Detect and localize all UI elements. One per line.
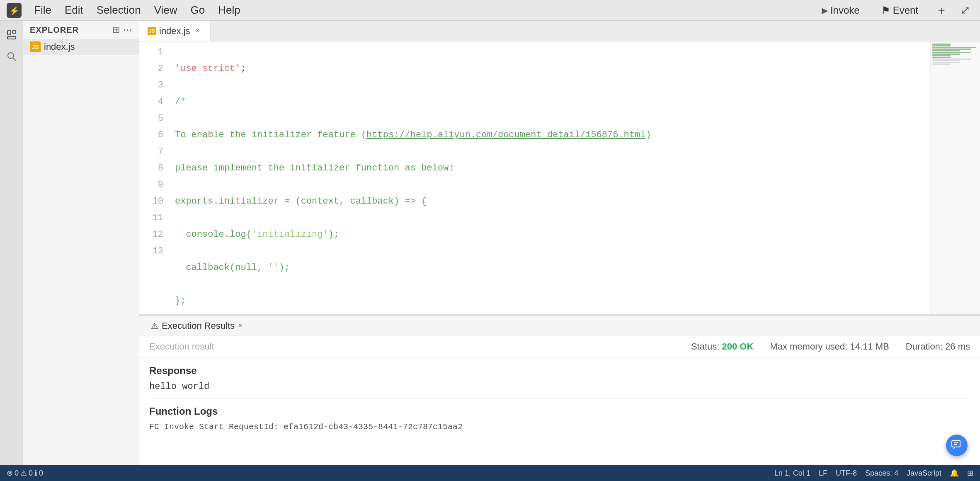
code-line-2: /*: [175, 94, 930, 110]
editor-content[interactable]: 1 2 3 4 5 6 7 8 9 10 11 12 13 'use stric…: [139, 41, 980, 314]
exec-memory: Max memory used: 14.11 MB: [770, 341, 889, 352]
tab-file-icon: JS: [148, 27, 156, 35]
titlebar-right: ▶ Invoke ⚑ Event ＋ ⤢: [814, 1, 973, 20]
code-editor[interactable]: 'use strict'; /* To enable the initializ…: [168, 41, 930, 314]
titlebar: ⚡ File Edit Selection View Go Help ▶ Inv…: [0, 0, 980, 21]
logs-title: Function Logs: [149, 406, 970, 417]
event-button[interactable]: ⚑ Event: [874, 2, 926, 19]
play-icon: ▶: [822, 5, 828, 15]
svg-rect-7: [952, 440, 960, 447]
menu-view[interactable]: View: [148, 2, 183, 18]
activity-search[interactable]: [2, 47, 21, 66]
status-indent[interactable]: Spaces: 4: [865, 469, 898, 478]
logs-section: Function Logs FC Invoke Start RequestId:…: [139, 399, 980, 438]
sidebar-icons: ⊞ ⋯: [112, 24, 132, 35]
invoke-button[interactable]: ▶ Invoke: [814, 2, 867, 19]
minimap: [930, 41, 980, 314]
tab-indexjs[interactable]: JS index.js ×: [139, 21, 211, 41]
activity-bar: [0, 21, 23, 465]
menu-go[interactable]: Go: [185, 2, 211, 18]
svg-rect-2: [7, 31, 11, 35]
menu-help[interactable]: Help: [212, 2, 246, 18]
status-cursor[interactable]: Ln 1, Col 1: [774, 469, 810, 478]
bottom-panel: ⚠ Execution Results × Execution result S…: [139, 316, 980, 465]
svg-rect-3: [12, 31, 16, 33]
new-file-icon[interactable]: ⊞: [112, 24, 120, 35]
panel-tab-execution[interactable]: ⚠ Execution Results ×: [144, 316, 249, 335]
status-encoding[interactable]: LF: [819, 469, 827, 478]
warning-icon: ⚠: [20, 469, 27, 478]
panel-content: Execution result Status: 200 OK Max memo…: [139, 335, 980, 465]
response-section: Response hello world: [139, 358, 980, 398]
status-bar: ⊗ 0 ⚠ 0 ℹ 0 Ln 1, Col 1 LF UTF-8 Spaces:…: [0, 465, 980, 481]
response-value: hello world: [149, 381, 970, 392]
line-numbers: 1 2 3 4 5 6 7 8 9 10 11 12 13: [139, 41, 168, 314]
event-icon: ⚑: [881, 5, 890, 16]
add-panel-button[interactable]: ＋: [932, 1, 951, 20]
code-line-1: 'use strict';: [175, 61, 930, 77]
svg-rect-4: [7, 36, 16, 39]
exec-status: Status: 200 OK: [691, 341, 753, 352]
code-line-5: exports.initializer = (context, callback…: [175, 193, 930, 210]
response-title: Response: [149, 365, 970, 377]
log-line-1: FC Invoke Start RequestId: efa1612d-cb43…: [149, 422, 970, 432]
svg-text:⚡: ⚡: [9, 6, 19, 16]
main-layout: EXPLORER ⊞ ⋯ JS index.js JS index.js × 1…: [0, 21, 980, 465]
menu-file[interactable]: File: [28, 2, 57, 18]
error-icon: ⊗: [7, 469, 13, 478]
svg-line-6: [13, 58, 16, 61]
menu-bar: File Edit Selection View Go Help: [28, 2, 246, 18]
menu-selection[interactable]: Selection: [91, 2, 147, 18]
tab-close-button[interactable]: ×: [194, 27, 202, 35]
editor-area: JS index.js × 1 2 3 4 5 6 7 8 9 10 11 12…: [139, 21, 980, 465]
status-language[interactable]: JavaScript: [907, 469, 941, 478]
code-line-4: please implement the initializer functio…: [175, 160, 930, 177]
menu-edit[interactable]: Edit: [59, 2, 89, 18]
notification-icon[interactable]: 🔔: [950, 469, 959, 478]
tab-label: index.js: [159, 26, 190, 36]
sidebar-filename: index.js: [44, 41, 75, 52]
svg-point-5: [8, 53, 14, 58]
status-charset[interactable]: UTF-8: [836, 469, 857, 478]
code-line-3: To enable the initializer feature (https…: [175, 127, 930, 143]
sidebar-title: EXPLORER: [30, 25, 79, 35]
exec-status-value: 200 OK: [722, 341, 754, 352]
code-line-8: };: [175, 293, 930, 309]
maximize-button[interactable]: ⤢: [957, 2, 973, 19]
app-logo: ⚡: [7, 3, 22, 18]
status-errors[interactable]: ⊗ 0 ⚠ 0 ℹ 0: [7, 469, 43, 478]
status-right: Ln 1, Col 1 LF UTF-8 Spaces: 4 JavaScrip…: [774, 469, 973, 478]
sidebar-item-indexjs[interactable]: JS index.js: [23, 39, 139, 55]
tab-bar: JS index.js ×: [139, 21, 980, 41]
exec-duration: Duration: 26 ms: [906, 341, 970, 352]
activity-explorer[interactable]: [2, 26, 21, 44]
chat-bubble-button[interactable]: [946, 435, 968, 456]
sidebar-header: EXPLORER ⊞ ⋯: [23, 21, 139, 39]
execution-bar: Execution result Status: 200 OK Max memo…: [139, 335, 980, 358]
code-line-7: callback(null, '');: [175, 260, 930, 276]
more-options-icon[interactable]: ⋯: [123, 24, 132, 35]
panel-tab-bar: ⚠ Execution Results ×: [139, 316, 980, 335]
info-icon: ℹ: [34, 469, 37, 478]
invoke-label: Invoke: [830, 5, 860, 16]
sidebar: EXPLORER ⊞ ⋯ JS index.js: [23, 21, 139, 465]
panel-tab-close-button[interactable]: ×: [238, 321, 243, 330]
layout-icon[interactable]: ⊞: [967, 469, 973, 478]
execution-icon: ⚠: [151, 321, 158, 331]
event-label: Event: [893, 5, 918, 16]
file-icon-js: JS: [30, 41, 41, 52]
exec-result-label: Execution result: [149, 341, 214, 352]
code-line-6: console.log('initializing');: [175, 226, 930, 243]
panel-tab-label: Execution Results: [162, 321, 235, 331]
